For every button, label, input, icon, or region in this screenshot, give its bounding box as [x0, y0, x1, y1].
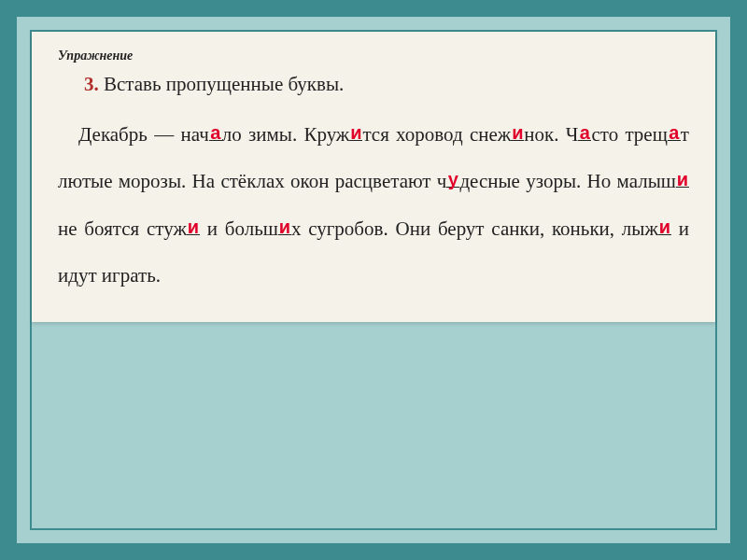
blank-3[interactable]: и: [511, 121, 524, 141]
text-seg: и больш: [200, 217, 278, 240]
answer-10: и: [659, 217, 670, 236]
task-title: 3. Вставь пропущенные буквы.: [84, 73, 689, 96]
blank-10[interactable]: и: [658, 216, 671, 235]
answer-2: и: [350, 123, 361, 142]
answer-3: и: [512, 123, 523, 142]
answer-9: и: [279, 217, 290, 236]
blank-4[interactable]: а: [578, 121, 591, 141]
blank-8[interactable]: и: [187, 216, 200, 235]
text-seg: Декабрь — нач: [78, 123, 209, 146]
task-number: 3.: [84, 73, 99, 95]
text-seg: десные узоры. Но ма­лыш: [459, 170, 676, 192]
exercise-label: Упражнение: [58, 49, 689, 63]
answer-5: а: [669, 123, 679, 142]
answer-7: и: [677, 170, 688, 189]
answer-1: а: [210, 123, 220, 142]
inner-frame: Упражнение 3. Вставь пропущенные буквы. …: [30, 30, 717, 530]
blank-6[interactable]: у: [446, 168, 459, 188]
text-seg: нок. Ч: [524, 123, 578, 146]
text-seg: тся хоровод снеж: [362, 123, 511, 146]
blank-7[interactable]: и: [676, 168, 689, 188]
text-seg: сто трещ: [591, 123, 667, 146]
answer-6: у: [448, 170, 458, 189]
exercise-body: Декабрь — начало зимы. Кружится хоровод …: [58, 111, 689, 300]
blank-2[interactable]: и: [349, 121, 362, 141]
blank-1[interactable]: а: [209, 121, 222, 141]
blank-5[interactable]: а: [668, 121, 681, 141]
text-seg: не боятся стуж: [58, 217, 187, 240]
blank-9[interactable]: и: [278, 216, 291, 235]
outer-frame: Упражнение 3. Вставь пропущенные буквы. …: [0, 0, 747, 560]
text-seg: ло зимы. Круж: [222, 123, 350, 146]
exercise-paper: Упражнение 3. Вставь пропущенные буквы. …: [32, 32, 715, 322]
answer-8: и: [188, 217, 199, 236]
task-instruction: Вставь пропущенные буквы.: [104, 73, 344, 95]
text-seg: х сугробов. Они берут санки, коньки, лыж: [291, 217, 658, 240]
answer-4: а: [580, 123, 590, 142]
